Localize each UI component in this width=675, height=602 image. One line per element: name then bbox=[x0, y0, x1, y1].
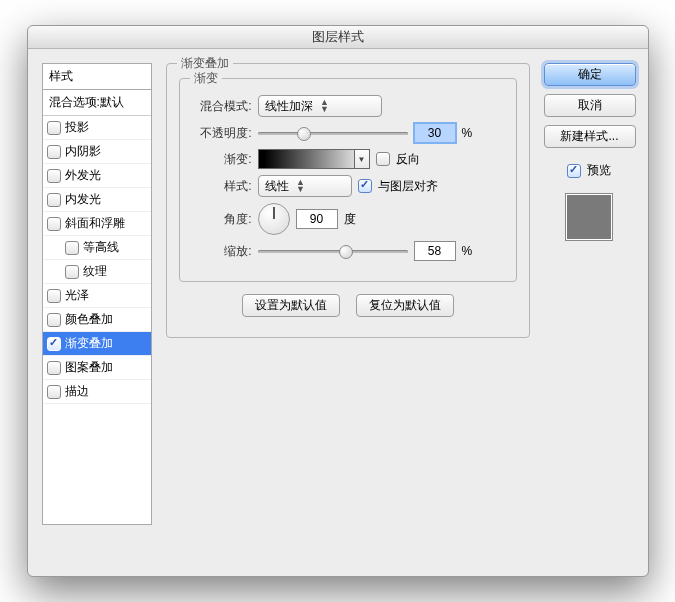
gradient-inner-group: 渐变 混合模式: 线性加深 ▲▼ 不透明度: bbox=[179, 78, 517, 282]
gradient-overlay-group: 渐变叠加 渐变 混合模式: 线性加深 ▲▼ 不透明度: bbox=[166, 63, 530, 338]
style-item-label: 外发光 bbox=[65, 167, 101, 184]
angle-label: 角度: bbox=[192, 211, 252, 228]
style-list-header[interactable]: 样式 bbox=[43, 64, 151, 90]
blend-mode-select[interactable]: 线性加深 ▲▼ bbox=[258, 95, 382, 117]
opacity-input[interactable]: 30 bbox=[414, 123, 456, 143]
style-item-11[interactable]: 描边 bbox=[43, 380, 151, 404]
style-item-checkbox[interactable] bbox=[47, 169, 61, 183]
blend-mode-value: 线性加深 bbox=[265, 98, 313, 115]
style-item-2[interactable]: 外发光 bbox=[43, 164, 151, 188]
opacity-label: 不透明度: bbox=[192, 125, 252, 142]
reset-default-button[interactable]: 复位为默认值 bbox=[356, 294, 454, 317]
angle-unit: 度 bbox=[344, 211, 356, 228]
opacity-slider[interactable] bbox=[258, 125, 408, 141]
gradient-picker[interactable]: ▼ bbox=[258, 149, 370, 169]
inner-title: 渐变 bbox=[190, 70, 222, 87]
cancel-button[interactable]: 取消 bbox=[544, 94, 636, 117]
style-label: 样式: bbox=[192, 178, 252, 195]
style-item-4[interactable]: 斜面和浮雕 bbox=[43, 212, 151, 236]
preview-label: 预览 bbox=[587, 162, 611, 179]
style-item-1[interactable]: 内阴影 bbox=[43, 140, 151, 164]
style-select[interactable]: 线性 ▲▼ bbox=[258, 175, 352, 197]
scale-unit: % bbox=[462, 244, 473, 258]
style-value: 线性 bbox=[265, 178, 289, 195]
style-item-checkbox[interactable] bbox=[47, 313, 61, 327]
style-item-checkbox[interactable] bbox=[47, 121, 61, 135]
blend-options-row[interactable]: 混合选项:默认 bbox=[43, 90, 151, 116]
scale-input[interactable]: 58 bbox=[414, 241, 456, 261]
style-item-8[interactable]: 颜色叠加 bbox=[43, 308, 151, 332]
style-item-checkbox[interactable] bbox=[47, 289, 61, 303]
style-item-label: 内阴影 bbox=[65, 143, 101, 160]
style-list: 样式 混合选项:默认 投影内阴影外发光内发光斜面和浮雕等高线纹理光泽颜色叠加渐变… bbox=[42, 63, 152, 525]
style-item-label: 纹理 bbox=[83, 263, 107, 280]
style-item-label: 等高线 bbox=[83, 239, 119, 256]
style-item-label: 内发光 bbox=[65, 191, 101, 208]
window-title: 图层样式 bbox=[28, 26, 648, 49]
scale-label: 缩放: bbox=[192, 243, 252, 260]
style-item-checkbox[interactable] bbox=[47, 361, 61, 375]
style-item-checkbox[interactable] bbox=[65, 241, 79, 255]
new-style-button[interactable]: 新建样式... bbox=[544, 125, 636, 148]
style-item-checkbox[interactable] bbox=[47, 145, 61, 159]
style-item-5[interactable]: 等高线 bbox=[43, 236, 151, 260]
style-item-9[interactable]: 渐变叠加 bbox=[43, 332, 151, 356]
style-item-checkbox[interactable] bbox=[47, 217, 61, 231]
set-default-button[interactable]: 设置为默认值 bbox=[242, 294, 340, 317]
style-item-label: 颜色叠加 bbox=[65, 311, 113, 328]
angle-input[interactable]: 90 bbox=[296, 209, 338, 229]
preview-checkbox[interactable] bbox=[567, 164, 581, 178]
ok-button[interactable]: 确定 bbox=[544, 63, 636, 86]
style-item-7[interactable]: 光泽 bbox=[43, 284, 151, 308]
style-item-3[interactable]: 内发光 bbox=[43, 188, 151, 212]
style-item-checkbox[interactable] bbox=[65, 265, 79, 279]
style-item-label: 投影 bbox=[65, 119, 89, 136]
style-item-label: 光泽 bbox=[65, 287, 89, 304]
align-checkbox[interactable] bbox=[358, 179, 372, 193]
style-item-checkbox[interactable] bbox=[47, 337, 61, 351]
blend-mode-label: 混合模式: bbox=[192, 98, 252, 115]
reverse-label: 反向 bbox=[396, 151, 420, 168]
style-item-label: 渐变叠加 bbox=[65, 335, 113, 352]
style-item-label: 描边 bbox=[65, 383, 89, 400]
chevron-updown-icon: ▲▼ bbox=[295, 179, 307, 193]
scale-slider[interactable] bbox=[258, 243, 408, 259]
style-item-label: 斜面和浮雕 bbox=[65, 215, 125, 232]
style-item-10[interactable]: 图案叠加 bbox=[43, 356, 151, 380]
align-label: 与图层对齐 bbox=[378, 178, 438, 195]
style-item-checkbox[interactable] bbox=[47, 385, 61, 399]
preview-swatch bbox=[565, 193, 613, 241]
style-item-checkbox[interactable] bbox=[47, 193, 61, 207]
layer-style-dialog: 图层样式 样式 混合选项:默认 投影内阴影外发光内发光斜面和浮雕等高线纹理光泽颜… bbox=[27, 25, 649, 577]
chevron-updown-icon: ▲▼ bbox=[319, 99, 331, 113]
reverse-checkbox[interactable] bbox=[376, 152, 390, 166]
style-item-0[interactable]: 投影 bbox=[43, 116, 151, 140]
angle-dial[interactable] bbox=[258, 203, 290, 235]
style-item-label: 图案叠加 bbox=[65, 359, 113, 376]
gradient-label: 渐变: bbox=[192, 151, 252, 168]
chevron-down-icon[interactable]: ▼ bbox=[354, 150, 369, 168]
opacity-unit: % bbox=[462, 126, 473, 140]
style-item-6[interactable]: 纹理 bbox=[43, 260, 151, 284]
